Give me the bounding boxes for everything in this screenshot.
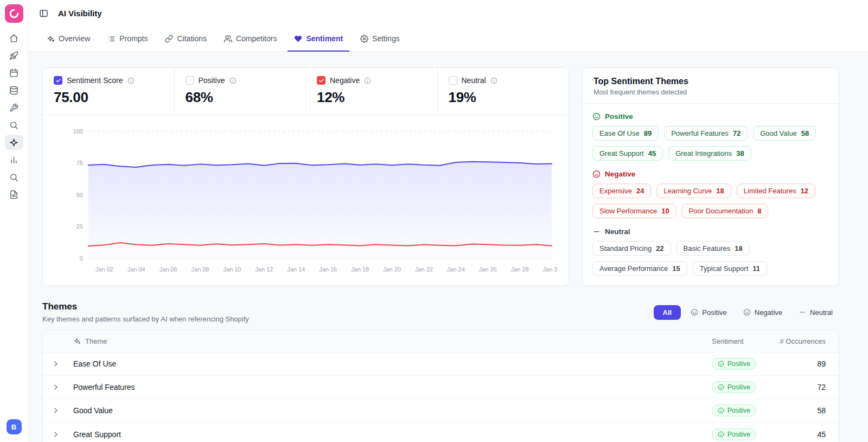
neutral-checkbox[interactable] [449, 76, 457, 85]
theme-chip-ease-of-use[interactable]: Ease Of Use89 [592, 126, 659, 141]
filter-all[interactable]: All [654, 305, 681, 320]
smile-icon [592, 112, 601, 121]
link-icon [165, 35, 173, 43]
chevron-right-icon[interactable] [52, 359, 65, 368]
theme-chip-limited-features[interactable]: Limited Features12 [737, 184, 815, 198]
stat-sentiment-score: Sentiment Score75.00 [43, 68, 175, 115]
sidebar-item-research[interactable] [5, 169, 23, 185]
content: Sentiment Score75.00Positive68%Negative1… [28, 52, 868, 442]
sidebar-toggle-button[interactable] [37, 7, 50, 20]
svg-text:Jan 20: Jan 20 [383, 266, 401, 273]
svg-text:Jan 02: Jan 02 [95, 266, 113, 273]
theme-chip-basic-features[interactable]: Basic Features18 [676, 241, 750, 256]
chevron-right-icon[interactable] [52, 383, 65, 392]
sparkles-icon [73, 337, 81, 345]
negative-checkbox[interactable] [317, 76, 326, 85]
smile-icon [718, 431, 724, 438]
stat-positive: Positive68% [175, 68, 307, 115]
sentiment-trend-chart: 0255075100Jan 02Jan 04Jan 06Jan 08Jan 10… [43, 115, 569, 286]
chevron-right-icon[interactable] [52, 406, 65, 415]
sentiment-badge: Positive [712, 428, 756, 440]
tab-overview[interactable]: Overview [40, 27, 97, 52]
info-icon[interactable] [229, 77, 237, 84]
positive-checkbox[interactable] [186, 76, 194, 85]
user-avatar[interactable]: B [7, 419, 22, 434]
sidebar-item-launch[interactable] [5, 48, 23, 63]
stat-label: Positive [199, 76, 225, 85]
logo-icon [8, 8, 20, 20]
tab-label: Sentiment [306, 34, 343, 43]
group-label: Negative [592, 170, 829, 178]
tab-citations[interactable]: Citations [158, 27, 213, 52]
users-icon [224, 35, 232, 43]
svg-text:Jan 14: Jan 14 [287, 266, 305, 273]
list-icon [107, 35, 116, 43]
frown-icon [592, 170, 601, 178]
themes-section-header: Themes Key themes and patterns surfaced … [42, 301, 839, 323]
svg-text:Jan 28: Jan 28 [511, 266, 529, 273]
theme-chip-good-value[interactable]: Good Value58 [753, 126, 816, 141]
theme-column-header: Theme [52, 337, 712, 345]
filter-neutral[interactable]: Neutral [792, 305, 839, 320]
theme-groups: PositiveEase Of Use89Powerful Features72… [583, 104, 839, 286]
tab-sentiment[interactable]: Sentiment [288, 27, 349, 52]
sidebar-item-calendar[interactable] [5, 65, 23, 80]
theme-chip-great-integrations[interactable]: Great Integrations38 [668, 146, 751, 161]
info-icon[interactable] [490, 77, 497, 84]
table-row-good-value[interactable]: Good ValuePositive58 [43, 399, 839, 422]
themes-table: Theme Sentiment # Occurrences Ease Of Us… [42, 330, 839, 442]
stat-label: Neutral [462, 76, 486, 85]
tab-label: Prompts [119, 34, 148, 43]
table-header-row: Theme Sentiment # Occurrences [43, 330, 839, 352]
database-icon [9, 86, 18, 95]
bar-chart-icon [9, 155, 18, 165]
wrench-icon [9, 103, 18, 112]
chevron-right-icon[interactable] [52, 430, 65, 439]
theme-chip-poor-documentation[interactable]: Poor Documentation8 [682, 204, 769, 218]
frown-icon [743, 308, 751, 316]
theme-chip-average-performance[interactable]: Average Performance15 [592, 261, 687, 276]
filter-label: Positive [702, 308, 727, 317]
table-row-great-support[interactable]: Great SupportPositive45 [43, 422, 839, 442]
theme-chip-learning-curve[interactable]: Learning Curve18 [656, 184, 731, 198]
theme-chip-typical-support[interactable]: Typical Support11 [693, 261, 767, 276]
theme-chip-powerful-features[interactable]: Powerful Features72 [664, 126, 748, 141]
sidebar-item-tools[interactable] [5, 100, 23, 115]
sidebar-item-reports[interactable] [5, 187, 23, 202]
sidebar-item-analytics[interactable] [5, 152, 23, 167]
sparkles-icon [47, 35, 55, 43]
sidebar-item-ai-visibility[interactable] [5, 135, 23, 150]
tab-label: Competitors [236, 34, 277, 43]
sentiment-score-checkbox[interactable] [54, 76, 62, 85]
dash-icon [799, 308, 806, 316]
tab-prompts[interactable]: Prompts [101, 27, 154, 52]
stats-row: Sentiment Score75.00Positive68%Negative1… [43, 68, 569, 115]
tab-label: Settings [372, 34, 400, 43]
app-logo[interactable] [5, 4, 23, 23]
table-row-powerful-features[interactable]: Powerful FeaturesPositive72 [43, 376, 839, 399]
heart-icon [294, 35, 302, 43]
filter-negative[interactable]: Negative [737, 305, 789, 320]
occurrences-value: 45 [761, 430, 826, 439]
theme-chip-standard-pricing[interactable]: Standard Pricing22 [592, 241, 671, 256]
sidebar-item-home[interactable] [5, 30, 23, 46]
top-sentiment-themes-card: Top Sentiment Themes Most frequent theme… [582, 67, 839, 286]
sidebar-item-data[interactable] [5, 83, 23, 98]
table-row-ease-of-use[interactable]: Ease Of UsePositive89 [43, 352, 839, 376]
theme-chip-slow-performance[interactable]: Slow Performance10 [592, 204, 676, 218]
chip-list: Expensive24Learning Curve18Limited Featu… [592, 184, 829, 218]
info-icon[interactable] [364, 77, 371, 84]
filter-positive[interactable]: Positive [684, 305, 733, 320]
theme-group-negative: NegativeExpensive24Learning Curve18Limit… [592, 170, 829, 218]
calendar-icon [9, 68, 18, 78]
info-icon[interactable] [127, 77, 135, 84]
tab-settings[interactable]: Settings [354, 27, 406, 52]
theme-chip-great-support[interactable]: Great Support45 [592, 146, 663, 161]
tab-competitors[interactable]: Competitors [218, 27, 283, 52]
tab-label: Citations [177, 34, 206, 43]
sentiment-column-header: Sentiment [712, 337, 761, 345]
sidebar-item-search[interactable] [5, 117, 23, 132]
topbar: AI Visibility [28, 0, 868, 27]
theme-chip-expensive[interactable]: Expensive24 [592, 184, 651, 198]
themes-title: Themes [42, 301, 249, 312]
